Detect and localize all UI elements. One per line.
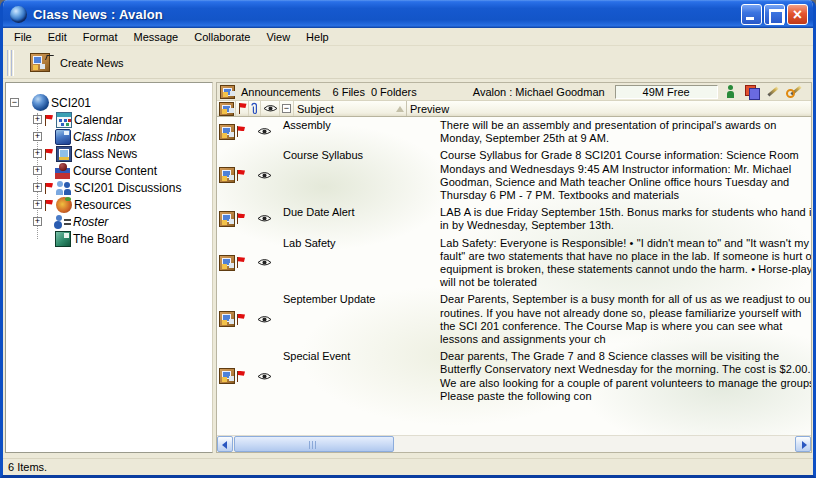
scroll-right-icon[interactable] <box>795 436 811 452</box>
list-item[interactable]: Assembly There will be an assembly and p… <box>217 117 811 147</box>
eye-icon <box>257 258 272 267</box>
tree-item-label: SCI201 Discussions <box>74 181 181 195</box>
item-preview: LAB A is due Friday September 15th. Bonu… <box>440 205 811 232</box>
tree-item-label: SCI201 <box>51 96 91 110</box>
item-preview: Lab Safety: Everyone is Responsible! • "… <box>440 236 811 290</box>
item-subject: Course Syllabus <box>283 148 440 202</box>
close-icon[interactable] <box>787 4 808 25</box>
item-subject: Due Date Alert <box>283 205 440 232</box>
app-window: Class News : Avalon File Edit Format Mes… <box>0 0 816 478</box>
flag-icon <box>43 148 55 160</box>
pen-key-icon[interactable] <box>786 84 801 99</box>
list-item[interactable]: Special Event Dear parents, The Grade 7 … <box>217 348 811 405</box>
inbox-icon <box>55 129 71 145</box>
item-preview: Dear Parents, September is a busy month … <box>440 292 811 346</box>
menu-view[interactable]: View <box>258 30 298 44</box>
free-space-gauge: 49M Free <box>615 85 718 99</box>
folders-count: 0 Folders <box>371 86 417 98</box>
menu-collaborate[interactable]: Collaborate <box>186 30 258 44</box>
item-type-column-header[interactable] <box>217 101 236 116</box>
horizontal-scrollbar[interactable] <box>217 435 811 452</box>
new-item-arrow-icon <box>46 52 54 60</box>
titlebar[interactable]: Class News : Avalon <box>0 0 816 28</box>
viewed-cell <box>257 148 283 202</box>
flag-icon <box>237 102 248 115</box>
expand-icon[interactable] <box>33 200 42 209</box>
flag-icon <box>235 370 246 383</box>
menu-file[interactable]: File <box>6 30 40 44</box>
item-subject: Special Event <box>283 349 440 403</box>
list-item[interactable]: Course Syllabus Course Syllabus for Grad… <box>217 147 811 204</box>
flag-column-header[interactable] <box>236 101 249 116</box>
announcements-list: Assembly There will be an assembly and p… <box>217 117 811 435</box>
flag-icon <box>235 125 246 138</box>
tree-item-label: Class Inbox <box>73 130 136 144</box>
flag-icon <box>43 182 55 194</box>
expand-icon[interactable] <box>33 183 42 192</box>
collapse-all-column-header[interactable] <box>280 101 294 116</box>
pane-header-icons <box>723 84 811 99</box>
item-subject: Lab Safety <box>283 236 440 290</box>
collapse-icon[interactable] <box>10 98 19 107</box>
announcements-icon <box>220 85 235 99</box>
subject-column-header[interactable]: Subject <box>294 101 396 116</box>
viewed-cell <box>257 236 283 290</box>
sort-ascending-icon[interactable] <box>396 106 404 112</box>
item-preview: Course Syllabus for Grade 8 SCI201 Cours… <box>440 148 811 202</box>
list-item[interactable]: September Update Dear Parents, September… <box>217 291 811 348</box>
flag-icon <box>43 114 55 126</box>
viewed-column-header[interactable] <box>261 101 280 116</box>
pane-title: Announcements <box>241 86 321 98</box>
expand-icon[interactable] <box>33 217 42 226</box>
create-news-button[interactable]: Create News <box>24 50 130 75</box>
expand-icon[interactable] <box>33 132 42 141</box>
resources-icon <box>56 197 72 213</box>
menu-format[interactable]: Format <box>75 30 126 44</box>
menu-help[interactable]: Help <box>298 30 337 44</box>
item-preview: There will be an assembly and presentati… <box>440 118 811 145</box>
expand-icon[interactable] <box>33 166 42 175</box>
eye-icon <box>257 214 272 223</box>
tree-item-sci201[interactable]: SCI201 <box>6 94 212 111</box>
toolbar-grip-2 <box>11 50 14 76</box>
list-item[interactable]: Due Date Alert LAB A is due Friday Septe… <box>217 204 811 234</box>
news-icon <box>219 124 235 140</box>
class-news-icon <box>56 146 72 162</box>
flag-icon <box>235 212 246 225</box>
menu-message[interactable]: Message <box>126 30 187 44</box>
person-icon[interactable] <box>723 84 738 99</box>
announcements-pane: Announcements 6 Files 0 Folders Avalon :… <box>216 82 812 453</box>
news-icon <box>219 167 235 183</box>
tree-item-label: The Board <box>73 232 129 246</box>
scrollbar-thumb[interactable] <box>234 436 394 452</box>
pane-header: Announcements 6 Files 0 Folders Avalon :… <box>217 83 811 101</box>
conference-tree-pane[interactable]: SCI201 Calendar Class Inbox Class News <box>5 82 213 453</box>
list-item[interactable]: Lab Safety Lab Safety: Everyone is Respo… <box>217 235 811 292</box>
copy-pages-icon[interactable] <box>744 84 759 99</box>
flag-icon <box>43 199 55 211</box>
minimize-icon[interactable] <box>741 4 762 25</box>
item-icon-cell <box>217 236 257 290</box>
expand-icon[interactable] <box>33 115 42 124</box>
attachment-column-header[interactable] <box>249 101 261 116</box>
status-text: 6 Items. <box>8 461 47 473</box>
menu-edit[interactable]: Edit <box>40 30 75 44</box>
window-controls <box>741 4 810 25</box>
news-icon <box>219 368 235 384</box>
tree-item-label: Resources <box>74 198 131 212</box>
viewed-cell <box>257 205 283 232</box>
item-icon-cell <box>217 349 257 403</box>
globe-icon <box>32 94 49 111</box>
board-icon <box>55 231 71 247</box>
window-title: Class News : Avalon <box>33 7 163 22</box>
toolbar-grip[interactable] <box>7 50 10 76</box>
maximize-icon[interactable] <box>764 4 785 25</box>
flag-icon <box>235 256 246 269</box>
expand-icon[interactable] <box>33 149 42 158</box>
preview-column-header[interactable]: Preview <box>406 101 811 116</box>
pencil-icon[interactable] <box>765 84 780 99</box>
scroll-left-icon[interactable] <box>217 436 233 452</box>
toolbar: Create News <box>3 47 813 79</box>
tree-item-label: Calendar <box>74 113 123 127</box>
item-icon-cell <box>217 292 257 346</box>
